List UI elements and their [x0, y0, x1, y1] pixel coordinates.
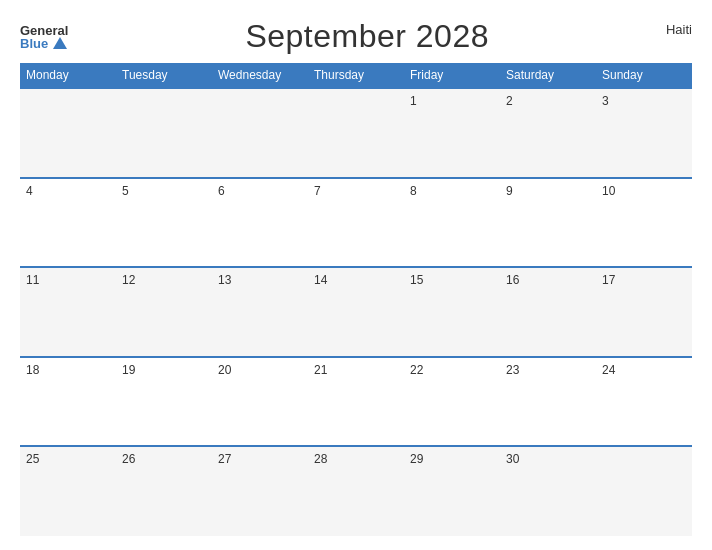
day-number: 18 — [26, 363, 39, 377]
logo-blue-text: Blue — [20, 37, 68, 50]
header-wednesday: Wednesday — [212, 63, 308, 88]
calendar-page: General Blue September 2028 Haiti Monday… — [0, 0, 712, 550]
header-friday: Friday — [404, 63, 500, 88]
calendar-day-cell — [116, 88, 212, 178]
calendar-day-cell: 29 — [404, 446, 500, 536]
calendar-day-cell: 14 — [308, 267, 404, 357]
header-monday: Monday — [20, 63, 116, 88]
logo-general-text: General — [20, 24, 68, 37]
calendar-day-cell: 3 — [596, 88, 692, 178]
calendar-day-cell: 23 — [500, 357, 596, 447]
calendar-day-cell: 11 — [20, 267, 116, 357]
calendar-day-cell: 27 — [212, 446, 308, 536]
day-number: 12 — [122, 273, 135, 287]
calendar-day-cell: 7 — [308, 178, 404, 268]
day-number: 5 — [122, 184, 129, 198]
header-saturday: Saturday — [500, 63, 596, 88]
day-number: 9 — [506, 184, 513, 198]
day-number: 7 — [314, 184, 321, 198]
calendar-week-row: 123 — [20, 88, 692, 178]
logo-triangle-icon — [53, 37, 67, 49]
day-number: 26 — [122, 452, 135, 466]
calendar-day-cell: 30 — [500, 446, 596, 536]
day-number: 15 — [410, 273, 423, 287]
calendar-day-cell: 12 — [116, 267, 212, 357]
calendar-day-cell: 26 — [116, 446, 212, 536]
calendar-day-cell: 25 — [20, 446, 116, 536]
day-number: 25 — [26, 452, 39, 466]
day-number: 10 — [602, 184, 615, 198]
day-number: 29 — [410, 452, 423, 466]
day-number: 2 — [506, 94, 513, 108]
calendar-week-row: 252627282930 — [20, 446, 692, 536]
calendar-day-cell: 8 — [404, 178, 500, 268]
day-number: 1 — [410, 94, 417, 108]
day-number: 11 — [26, 273, 39, 287]
calendar-day-cell — [308, 88, 404, 178]
calendar-day-cell: 1 — [404, 88, 500, 178]
calendar-day-cell: 16 — [500, 267, 596, 357]
calendar-day-cell: 2 — [500, 88, 596, 178]
calendar-day-cell: 18 — [20, 357, 116, 447]
day-number: 27 — [218, 452, 231, 466]
calendar-day-cell: 9 — [500, 178, 596, 268]
calendar-day-cell: 13 — [212, 267, 308, 357]
calendar-header: General Blue September 2028 Haiti — [20, 18, 692, 55]
day-number: 3 — [602, 94, 609, 108]
country-label: Haiti — [666, 22, 692, 37]
calendar-day-cell: 22 — [404, 357, 500, 447]
calendar-week-row: 11121314151617 — [20, 267, 692, 357]
header-sunday: Sunday — [596, 63, 692, 88]
calendar-day-cell — [596, 446, 692, 536]
calendar-day-cell: 6 — [212, 178, 308, 268]
calendar-day-cell: 17 — [596, 267, 692, 357]
calendar-day-cell: 15 — [404, 267, 500, 357]
day-number: 13 — [218, 273, 231, 287]
day-number: 17 — [602, 273, 615, 287]
day-number: 14 — [314, 273, 327, 287]
logo: General Blue — [20, 24, 68, 50]
day-number: 30 — [506, 452, 519, 466]
header-tuesday: Tuesday — [116, 63, 212, 88]
header-thursday: Thursday — [308, 63, 404, 88]
calendar-day-cell — [20, 88, 116, 178]
weekday-header-row: Monday Tuesday Wednesday Thursday Friday… — [20, 63, 692, 88]
calendar-day-cell — [212, 88, 308, 178]
day-number: 6 — [218, 184, 225, 198]
calendar-day-cell: 4 — [20, 178, 116, 268]
calendar-day-cell: 28 — [308, 446, 404, 536]
day-number: 22 — [410, 363, 423, 377]
day-number: 4 — [26, 184, 33, 198]
day-number: 23 — [506, 363, 519, 377]
calendar-week-row: 45678910 — [20, 178, 692, 268]
day-number: 16 — [506, 273, 519, 287]
day-number: 20 — [218, 363, 231, 377]
day-number: 8 — [410, 184, 417, 198]
calendar-day-cell: 5 — [116, 178, 212, 268]
calendar-table: Monday Tuesday Wednesday Thursday Friday… — [20, 63, 692, 536]
calendar-day-cell: 19 — [116, 357, 212, 447]
calendar-day-cell: 20 — [212, 357, 308, 447]
calendar-day-cell: 21 — [308, 357, 404, 447]
day-number: 19 — [122, 363, 135, 377]
calendar-week-row: 18192021222324 — [20, 357, 692, 447]
day-number: 21 — [314, 363, 327, 377]
day-number: 24 — [602, 363, 615, 377]
day-number: 28 — [314, 452, 327, 466]
calendar-title: September 2028 — [245, 18, 489, 55]
calendar-day-cell: 24 — [596, 357, 692, 447]
calendar-day-cell: 10 — [596, 178, 692, 268]
